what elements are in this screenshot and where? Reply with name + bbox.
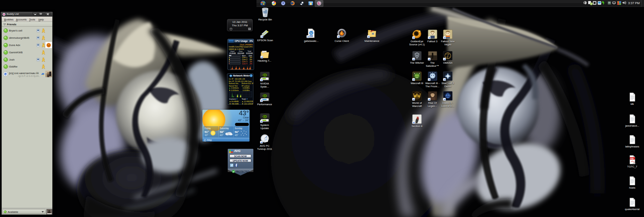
- svg-text:c: c: [204, 139, 206, 141]
- svg-text:PDF: PDF: [630, 157, 634, 160]
- svg-text:8: 8: [417, 115, 419, 120]
- svg-text:Adobe: Adobe: [633, 163, 636, 164]
- svg-text:MP3: MP3: [310, 36, 313, 37]
